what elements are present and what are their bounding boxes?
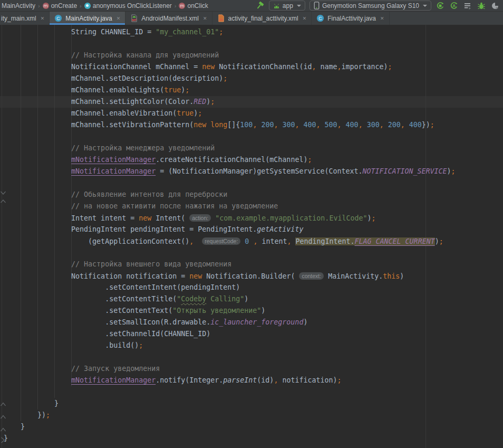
code-line: [4, 351, 456, 363]
code-token: 200: [261, 121, 274, 129]
code-token: mChannel.enableVibration(: [4, 109, 177, 117]
code-token: mNotificationManager: [71, 167, 156, 175]
code-token: mNotificationManager: [71, 156, 156, 164]
svg-text:cx: cx: [219, 17, 223, 21]
code-line: PendingIntent pendingIntent = PendingInt…: [4, 224, 456, 235]
attach-profiler-icon[interactable]: [490, 1, 500, 11]
editor-tab[interactable]: CMainActivity.java✕: [50, 12, 125, 25]
chevron-down-icon: [423, 5, 427, 7]
code-token: // на новое активити после нажатия на ув…: [4, 202, 278, 210]
breadcrumb-label: anonymous OnClickListener: [93, 2, 172, 9]
code-token: String CHANNEL_ID =: [4, 28, 156, 36]
apply-changes-restart-icon[interactable]: [436, 1, 445, 11]
code-line: .setContentText("Открыть уведомление"): [4, 305, 456, 317]
code-token: 400: [409, 121, 422, 129]
code-token: ;: [185, 86, 189, 94]
code-token: long: [210, 121, 227, 129]
method-icon: m: [43, 3, 49, 9]
breadcrumb-separator: ›: [37, 3, 41, 9]
code-line: mNotificationManager.notify(Integer.pars…: [4, 375, 456, 386]
svg-text:C: C: [57, 16, 61, 21]
code-line: (getApplicationContext(), requestCode: 0…: [4, 235, 456, 247]
code-token: (getApplicationContext(): [4, 237, 189, 245]
close-tab-icon[interactable]: ✕: [380, 16, 384, 21]
breadcrumb-label: onCreate: [51, 2, 77, 9]
code-token: // Обьявление интентов для переброски: [4, 190, 227, 198]
code-token: ;: [439, 237, 443, 245]
code-line: String CHANNEL_ID = "my_channel_01";: [4, 26, 456, 38]
tab-label: activity_final_acttivity.xml: [228, 15, 298, 22]
code-token: this: [383, 272, 400, 280]
code-token: mChannel.setVibrationPattern(: [4, 121, 194, 129]
code-token: Intent(: [151, 214, 189, 222]
tab-label: MainActivity.java: [65, 15, 112, 22]
build-hammer-icon[interactable]: [255, 1, 265, 11]
code-token: mChannel.enableLights(: [4, 86, 164, 94]
code-line: }: [4, 421, 456, 433]
method-icon: m: [179, 3, 185, 9]
breadcrumb-item[interactable]: anonymous OnClickListener: [84, 2, 172, 9]
phone-icon: [314, 2, 320, 9]
editor-tab[interactable]: ity_main.xml✕: [0, 12, 50, 25]
close-tab-icon[interactable]: ✕: [203, 16, 207, 21]
debug-icon[interactable]: [477, 1, 486, 11]
code-token: }): [422, 121, 430, 129]
breadcrumb-item[interactable]: monCreate: [43, 2, 77, 9]
code-token: []{: [227, 121, 240, 129]
code-token: ;: [219, 28, 223, 36]
code-token: ;: [337, 376, 341, 384]
code-token: .setSmallIcon(R.drawable.: [4, 318, 210, 326]
code-token: }: [4, 423, 25, 431]
breadcrumb-item[interactable]: monClick: [179, 2, 208, 9]
editor-tab[interactable]: cxactivity_final_acttivity.xml✕: [212, 12, 312, 25]
code-token: ,: [380, 121, 388, 129]
close-tab-icon[interactable]: ✕: [303, 16, 307, 21]
breadcrumb-item[interactable]: MainActivity: [2, 2, 35, 9]
run-configuration-select[interactable]: app: [269, 1, 305, 11]
close-tab-icon[interactable]: ✕: [41, 16, 45, 21]
close-tab-icon[interactable]: ✕: [117, 16, 121, 21]
code-token: getActivity: [257, 225, 303, 233]
code-token: "my_channel_01": [156, 28, 219, 36]
code-line: mChannel.setLightColor(Color.RED);: [4, 96, 456, 108]
code-token: ): [261, 307, 265, 314]
code-token: }: [4, 399, 59, 407]
svg-text:C: C: [319, 16, 323, 21]
code-token: mChannel.setLightColor(Color.: [4, 98, 194, 106]
apply-code-changes-icon[interactable]: A: [449, 1, 459, 11]
code-line: mNotificationManager.createNotificationC…: [4, 154, 456, 166]
tab-label: FinalActtivity.java: [327, 15, 376, 22]
run-list-icon[interactable]: [463, 1, 472, 11]
code-token: 400: [346, 121, 359, 129]
code-token: // Настройка менеджера уведомлений: [4, 144, 215, 152]
code-line: mNotificationManager = (NotificationMana…: [4, 166, 456, 177]
code-token: new: [139, 214, 151, 222]
code-token: parseInt: [223, 376, 257, 384]
code-token: ,: [359, 121, 367, 129]
code-editor[interactable]: String CHANNEL_ID = "my_channel_01"; // …: [0, 25, 503, 448]
code-token: 200: [388, 121, 401, 129]
code-token: true: [164, 86, 181, 94]
code-line: // Настройка внешнего вида уведомления: [4, 259, 456, 270]
code-token: NotificationChannel(id: [215, 63, 312, 71]
editor-tab[interactable]: CFinalActtivity.java✕: [312, 12, 389, 25]
tab-label: ity_main.xml: [1, 15, 36, 22]
code-token: [4, 376, 71, 384]
code-token: ;: [139, 341, 143, 349]
code-token: [4, 167, 71, 175]
editor-tab[interactable]: MFAndroidManifest.xml✕: [125, 12, 212, 25]
code-token: ;: [46, 411, 50, 419]
code-line: // Обьявление интентов для переброски: [4, 189, 456, 201]
code-token: // Запуск уведомления: [4, 365, 160, 373]
code-token: Calling": [206, 295, 244, 303]
code-token: "com.example.myapplication.EvilCode": [215, 214, 367, 222]
code-token: 300: [367, 121, 380, 129]
code-line: // Запуск уведомления: [4, 363, 456, 375]
breadcrumb-separator: ›: [79, 3, 82, 9]
navigation-toolbar: MainActivity›monCreate›anonymous OnClick…: [0, 0, 503, 12]
device-select[interactable]: Genymotion Samsung Galaxy S10: [309, 1, 431, 11]
code-line: Notification notification = new Notifica…: [4, 270, 456, 282]
code-area[interactable]: String CHANNEL_ID = "my_channel_01"; // …: [0, 25, 456, 444]
code-line: .build();: [4, 340, 456, 351]
svg-text:A: A: [452, 3, 456, 8]
